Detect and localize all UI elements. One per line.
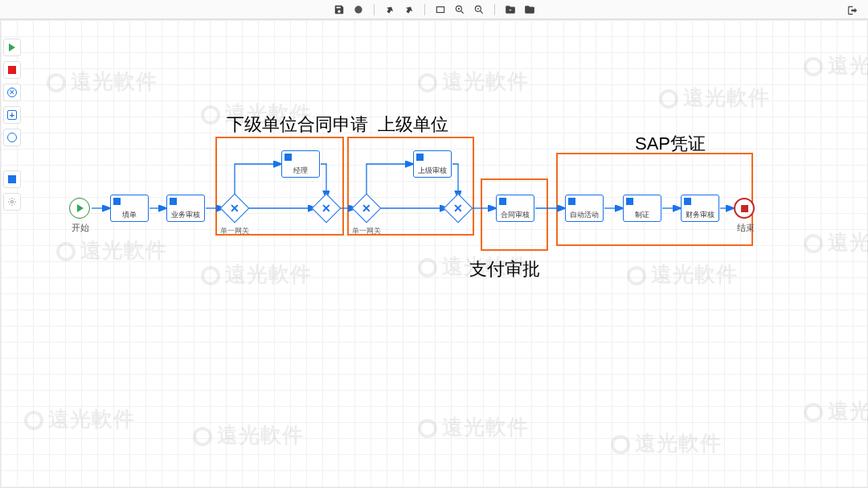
gateway-1[interactable]: ✕ — [224, 198, 245, 219]
svg-point-0 — [354, 6, 362, 13]
start-event-label: 开始 — [64, 222, 96, 234]
task-fill-form[interactable]: 填单 — [110, 195, 149, 222]
annotation-label-3: 支付审批 — [469, 257, 540, 281]
start-event[interactable] — [69, 198, 90, 219]
task-manager[interactable]: 经理 — [281, 150, 320, 178]
annotation-label-2: 上级单位 — [378, 113, 448, 137]
end-event[interactable] — [734, 198, 755, 219]
top-toolbar: + — [0, 0, 868, 19]
zoom-in-button[interactable] — [451, 1, 469, 18]
palette-exclusive-gateway[interactable]: ✕ — [3, 84, 21, 101]
annotation-label-1: 下级单位合同申请 — [227, 113, 368, 137]
svg-point-10 — [11, 201, 14, 203]
exit-button[interactable] — [844, 2, 862, 19]
redo-button[interactable] — [400, 1, 418, 18]
task-finance-review[interactable]: 财务审核 — [681, 195, 719, 222]
task-superior-review[interactable]: 上级审核 — [413, 150, 452, 178]
task-contract-review[interactable]: 合同审核 — [496, 195, 534, 222]
palette-user-task[interactable] — [3, 170, 21, 188]
gateway-1-label: 单一网关 — [220, 226, 249, 236]
task-auto-activity[interactable]: 自动活动 — [565, 195, 604, 222]
gateway-3[interactable]: ✕ — [356, 198, 377, 219]
palette-settings[interactable] — [3, 193, 21, 211]
side-palette: ✕ + — [3, 39, 23, 211]
validate-button[interactable] — [350, 1, 367, 18]
fit-button[interactable] — [432, 1, 449, 18]
workflow-canvas[interactable] — [0, 19, 868, 488]
save-button[interactable] — [330, 1, 348, 18]
svg-rect-1 — [436, 6, 444, 12]
palette-intermediate-event[interactable]: + — [3, 106, 21, 124]
svg-line-7 — [480, 10, 482, 13]
svg-line-3 — [461, 10, 463, 13]
palette-end-event[interactable] — [3, 61, 21, 79]
task-voucher[interactable]: 制证 — [623, 195, 661, 222]
undo-button[interactable] — [381, 1, 399, 18]
palette-start-event[interactable] — [3, 39, 21, 56]
svg-text:+: + — [509, 7, 512, 12]
gateway-4[interactable]: ✕ — [448, 198, 469, 219]
gateway-2[interactable]: ✕ — [316, 198, 337, 219]
folder-button[interactable] — [521, 1, 538, 18]
zoom-out-button[interactable] — [470, 1, 488, 18]
palette-circle-event[interactable] — [3, 129, 21, 146]
task-business-review[interactable]: 业务审核 — [166, 195, 205, 222]
folder-add-button[interactable]: + — [502, 1, 519, 18]
end-event-label: 结束 — [730, 222, 762, 234]
gateway-3-label: 单一网关 — [352, 226, 381, 236]
